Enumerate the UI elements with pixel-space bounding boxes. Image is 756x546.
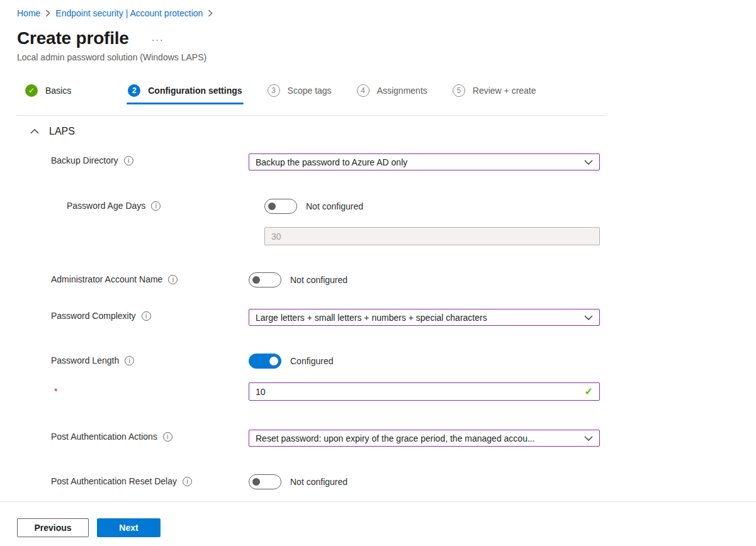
- tab-review-create[interactable]: 5 Review + create: [451, 84, 538, 97]
- password-age-days-label: Password Age Days: [67, 201, 145, 211]
- post-authentication-actions-value: Reset password: upon expiry of the grace…: [256, 433, 579, 443]
- page-title: Create profile: [17, 28, 129, 48]
- step-2-badge: 2: [128, 84, 140, 97]
- step-5-badge: 5: [453, 84, 465, 97]
- more-options-icon[interactable]: ···: [152, 35, 164, 48]
- wizard-footer: Previous Next: [0, 501, 756, 546]
- toggle-knob: [268, 203, 276, 210]
- password-complexity-row: Password Complexity i Large letters + sm…: [17, 309, 756, 326]
- password-length-label: Password Length: [51, 355, 119, 365]
- password-length-row: Password Length i Configured: [17, 354, 756, 369]
- tab-scope-tags[interactable]: 3 Scope tags: [266, 84, 333, 97]
- backup-directory-row: Backup Directory i Backup the password t…: [17, 153, 756, 170]
- active-tab-underline: [127, 103, 243, 104]
- post-authentication-actions-dropdown[interactable]: Reset password: upon expiry of the grace…: [249, 430, 600, 447]
- password-complexity-dropdown[interactable]: Large letters + small letters + numbers …: [249, 309, 600, 326]
- backup-directory-dropdown[interactable]: Backup the password to Azure AD only: [249, 153, 600, 170]
- post-authentication-reset-delay-label: Post Authentication Reset Delay: [51, 476, 177, 486]
- info-icon[interactable]: i: [142, 311, 151, 321]
- tab-assignments-label: Assignments: [377, 86, 427, 96]
- chevron-right-icon: [45, 9, 50, 17]
- toggle-knob: [252, 276, 260, 284]
- toggle-knob: [252, 478, 260, 486]
- info-icon[interactable]: i: [125, 356, 134, 365]
- chevron-down-icon: [584, 436, 593, 441]
- toggle-knob: [269, 357, 278, 365]
- password-length-value-row: * ✓: [17, 382, 756, 401]
- chevron-down-icon: [584, 315, 593, 320]
- password-age-days-input[interactable]: [264, 227, 600, 245]
- step-3-badge: 3: [268, 84, 280, 97]
- chevron-down-icon: [584, 160, 593, 165]
- administrator-account-name-toggle[interactable]: [249, 272, 281, 287]
- backup-directory-label: Backup Directory: [51, 155, 118, 165]
- info-icon[interactable]: i: [168, 275, 178, 284]
- password-age-days-row: Password Age Days i Not configured: [17, 199, 756, 245]
- tab-configuration-settings-label: Configuration settings: [148, 86, 242, 96]
- password-length-input[interactable]: [256, 387, 585, 397]
- backup-directory-value: Backup the password to Azure AD only: [256, 157, 579, 167]
- password-length-toggle[interactable]: [249, 354, 281, 369]
- page-subtitle: Local admin password solution (Windows L…: [17, 52, 756, 62]
- info-icon[interactable]: i: [163, 432, 172, 442]
- step-4-badge: 4: [357, 84, 370, 97]
- post-authentication-reset-delay-toggle-state: Not configured: [290, 477, 347, 487]
- previous-button[interactable]: Previous: [17, 518, 89, 537]
- tab-basics[interactable]: ✓ Basics: [24, 84, 72, 97]
- administrator-account-name-toggle-state: Not configured: [290, 275, 347, 285]
- valid-check-icon: ✓: [585, 386, 593, 398]
- info-icon[interactable]: i: [124, 156, 133, 165]
- breadcrumb-home-link[interactable]: Home: [17, 8, 40, 18]
- tabs-divider: [17, 115, 606, 116]
- tab-assignments[interactable]: 4 Assignments: [356, 84, 429, 97]
- post-authentication-reset-delay-toggle[interactable]: [249, 474, 281, 489]
- post-authentication-reset-delay-row: Post Authentication Reset Delay i Not co…: [17, 474, 756, 489]
- tab-basics-label: Basics: [45, 86, 71, 96]
- chevron-up-icon: [30, 129, 39, 134]
- breadcrumb: Home Endpoint security | Account protect…: [17, 6, 756, 20]
- password-length-input-wrap: ✓: [249, 382, 600, 401]
- password-complexity-label: Password Complexity: [51, 311, 136, 321]
- administrator-account-name-row: Administrator Account Name i Not configu…: [17, 272, 756, 287]
- chevron-right-icon: [208, 9, 213, 17]
- laps-section-header[interactable]: LAPS: [30, 126, 756, 137]
- info-icon[interactable]: i: [151, 201, 161, 211]
- post-authentication-actions-label: Post Authentication Actions: [51, 432, 157, 442]
- next-button[interactable]: Next: [97, 518, 161, 537]
- create-profile-page: Home Endpoint security | Account protect…: [0, 0, 756, 546]
- tab-review-create-label: Review + create: [473, 86, 536, 96]
- password-age-days-toggle[interactable]: [264, 199, 297, 214]
- password-complexity-value: Large letters + small letters + numbers …: [256, 313, 579, 323]
- wizard-steps: ✓ Basics 2 Configuration settings 3 Scop…: [17, 81, 756, 100]
- password-age-days-toggle-state: Not configured: [306, 201, 363, 211]
- post-authentication-actions-row: Post Authentication Actions i Reset pass…: [17, 430, 756, 447]
- administrator-account-name-label: Administrator Account Name: [51, 274, 162, 284]
- tab-scope-tags-label: Scope tags: [288, 86, 332, 96]
- info-icon[interactable]: i: [183, 477, 192, 486]
- password-length-toggle-state: Configured: [290, 356, 334, 366]
- check-icon: ✓: [25, 84, 38, 97]
- required-asterisk: *: [54, 386, 57, 396]
- laps-section-title: LAPS: [49, 126, 75, 137]
- breadcrumb-account-protection-link[interactable]: Endpoint security | Account protection: [55, 8, 203, 18]
- tab-configuration-settings[interactable]: 2 Configuration settings: [127, 84, 243, 97]
